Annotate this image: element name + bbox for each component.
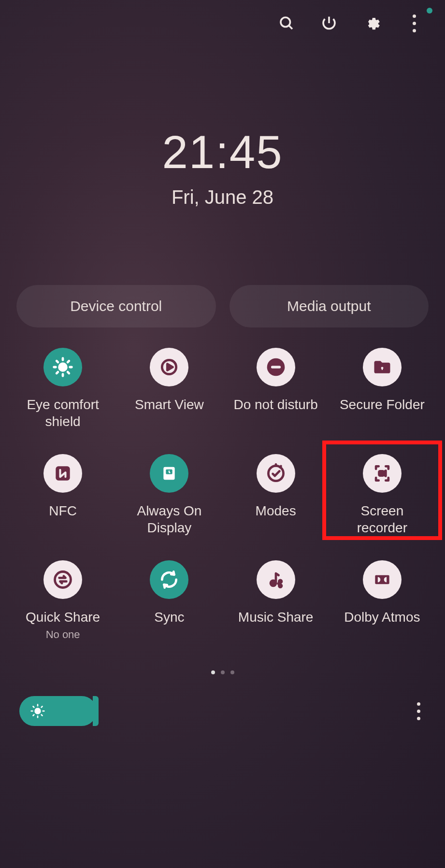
pager-dot[interactable] (221, 670, 225, 674)
tile-label: Always On Display (126, 502, 213, 536)
swap-icon[interactable] (43, 560, 82, 599)
tile-secure-folder[interactable]: Secure Folder (329, 344, 435, 430)
svg-point-23 (55, 572, 71, 588)
clock-icon[interactable] (150, 454, 188, 493)
tile-label: Eye comfort shield (19, 396, 106, 430)
tile-screen-recorder[interactable]: Screen recorder (329, 450, 435, 536)
power-icon[interactable] (319, 14, 339, 33)
gear-icon[interactable] (362, 14, 381, 33)
music-share-icon[interactable] (257, 560, 295, 599)
svg-rect-14 (271, 366, 281, 369)
pager-dot[interactable] (230, 670, 234, 674)
svg-line-7 (57, 361, 58, 362)
clock-time: 21:45 (0, 126, 445, 179)
tile-do-not-disturb[interactable]: Do not disturb (223, 344, 329, 430)
tile-label: Sync (154, 609, 184, 626)
svg-line-1 (289, 26, 292, 29)
svg-marker-12 (168, 364, 173, 370)
svg-line-33 (33, 707, 34, 708)
svg-point-28 (35, 709, 41, 714)
check-circle-icon[interactable] (257, 454, 295, 493)
folder-lock-icon[interactable] (363, 348, 402, 386)
media-output-label: Media output (287, 298, 371, 314)
datetime-block: 21:45 Fri, June 28 (0, 126, 445, 208)
more-icon[interactable] (404, 14, 424, 33)
brightness-slider[interactable] (19, 696, 97, 726)
tile-quick-share[interactable]: Quick ShareNo one (10, 556, 116, 641)
svg-line-9 (57, 372, 58, 373)
device-control-label: Device control (70, 298, 162, 314)
svg-line-34 (42, 715, 43, 716)
tile-dolby-atmos[interactable]: Dolby Atmos (329, 556, 435, 641)
tile-eye-comfort-shield[interactable]: Eye comfort shield (10, 344, 116, 430)
tile-label: Do not disturb (233, 396, 317, 413)
control-pill-row: Device control Media output (0, 285, 445, 327)
svg-rect-27 (375, 575, 389, 584)
sun-icon[interactable] (43, 348, 82, 386)
tile-label: Dolby Atmos (344, 609, 420, 626)
svg-rect-17 (56, 466, 70, 480)
tile-label: Secure Folder (340, 396, 425, 413)
svg-point-2 (59, 364, 67, 371)
tile-music-share[interactable]: Music Share (223, 556, 329, 641)
tile-sync[interactable]: Sync (116, 556, 222, 641)
svg-point-0 (281, 17, 290, 27)
device-control-button[interactable]: Device control (16, 285, 216, 327)
tile-nfc[interactable]: NFC (10, 450, 116, 536)
quick-settings-grid: Eye comfort shieldSmart ViewDo not distu… (0, 344, 445, 641)
svg-line-35 (33, 715, 34, 716)
pager-dot[interactable] (211, 670, 215, 674)
svg-line-10 (68, 361, 69, 362)
top-toolbar (0, 9, 445, 38)
record-icon[interactable] (363, 454, 402, 493)
bottom-bar (0, 692, 445, 730)
svg-line-8 (68, 372, 69, 373)
tile-label: Smart View (135, 396, 204, 413)
tile-label: Music Share (238, 609, 314, 626)
svg-line-36 (42, 707, 43, 708)
tile-modes[interactable]: Modes (223, 450, 329, 536)
dnd-icon[interactable] (257, 348, 295, 386)
pager-dots[interactable] (0, 670, 445, 674)
nfc-icon[interactable] (43, 454, 82, 493)
svg-marker-22 (384, 471, 386, 476)
tile-smart-view[interactable]: Smart View (116, 344, 222, 430)
tile-label: Screen recorder (339, 502, 426, 536)
search-icon[interactable] (277, 14, 296, 33)
tile-sublabel: No one (46, 628, 80, 641)
sync-icon[interactable] (150, 560, 188, 599)
dolby-icon[interactable] (363, 560, 402, 599)
tile-always-on-display[interactable]: Always On Display (116, 450, 222, 536)
media-output-button[interactable]: Media output (230, 285, 429, 327)
tile-label: Modes (256, 502, 296, 519)
cast-icon[interactable] (150, 348, 188, 386)
tile-label: Quick Share (26, 609, 100, 626)
svg-rect-16 (382, 368, 383, 370)
clock-date: Fri, June 28 (0, 186, 445, 208)
tile-label: NFC (49, 502, 77, 519)
brightness-more-icon[interactable] (411, 702, 426, 720)
